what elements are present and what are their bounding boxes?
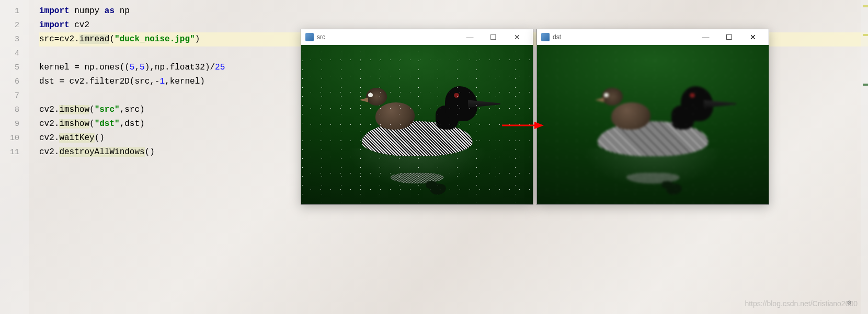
line-number: 3 [0, 32, 29, 46]
line-number: 6 [0, 75, 29, 89]
svg-marker-1 [534, 122, 544, 129]
line-number: 5 [0, 61, 29, 75]
maximize-button[interactable]: ☐ [482, 30, 505, 44]
minimize-button[interactable]: — [694, 30, 717, 44]
blur-overlay [537, 45, 769, 204]
line-number: 1 [0, 4, 29, 18]
close-button[interactable]: ✕ [741, 30, 764, 44]
watermark-text: https://blog.csdn.net/Cristiano2000 [745, 299, 858, 308]
titlebar-dst[interactable]: dst — ☐ ✕ [537, 29, 769, 45]
line-number: 7 [0, 89, 29, 103]
maximize-button[interactable]: ☐ [717, 30, 741, 44]
arrow-icon [502, 120, 544, 131]
window-icon [305, 33, 314, 41]
image-src [301, 45, 533, 204]
image-dst [537, 45, 769, 204]
line-number: 11 [0, 145, 29, 159]
window-src: src — ☐ ✕ [301, 29, 533, 205]
line-number: 8 [0, 103, 29, 117]
close-button[interactable]: ✕ [505, 30, 529, 44]
line-number: 2 [0, 18, 29, 32]
line-number: 10 [0, 131, 29, 145]
code-line[interactable]: import numpy as np [39, 4, 868, 18]
titlebar-src[interactable]: src — ☐ ✕ [301, 29, 533, 45]
line-number: 4 [0, 46, 29, 61]
marker-ok [863, 84, 868, 86]
window-dst: dst — ☐ ✕ [536, 29, 769, 205]
window-title: dst [553, 33, 694, 41]
line-number-gutter: 1234567891011 [0, 0, 29, 314]
window-title: src [317, 33, 458, 41]
marker-warning-2 [863, 34, 868, 36]
minimize-button[interactable]: — [458, 30, 482, 44]
gear-icon[interactable]: ⚙ [847, 298, 851, 307]
line-number: 9 [0, 117, 29, 131]
marker-warning-1 [863, 5, 868, 7]
window-icon [541, 33, 550, 41]
editor-marker-strip [861, 0, 868, 314]
